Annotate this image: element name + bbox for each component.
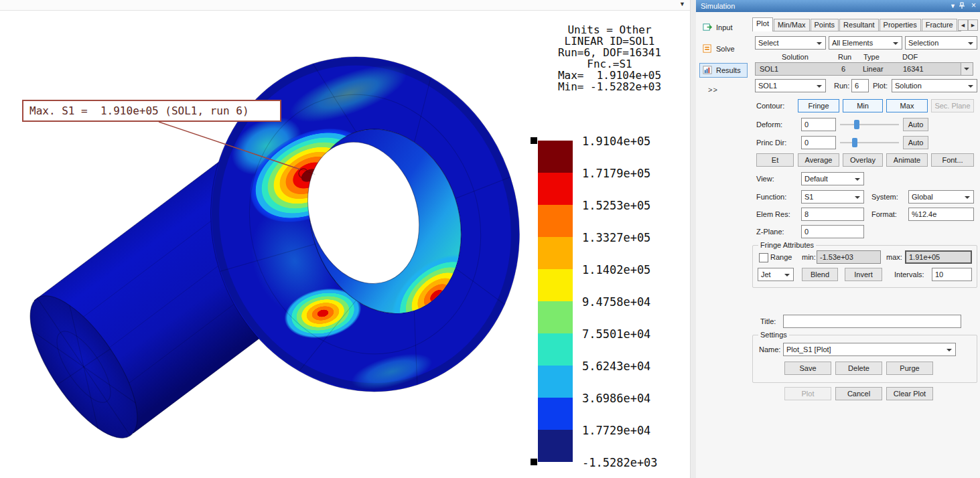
cell-solution: SOL1	[760, 63, 778, 75]
grid-dropdown-icon[interactable]	[961, 63, 973, 75]
deform-slider-handle[interactable]	[854, 120, 859, 129]
selection-dropdown[interactable]: Selection	[905, 36, 977, 50]
view-dropdown[interactable]: Default	[801, 172, 864, 185]
panel-menu-icon[interactable]: ▼	[950, 1, 956, 11]
deform-slider[interactable]	[840, 118, 899, 131]
average-button[interactable]: Average	[798, 153, 839, 167]
pin-icon[interactable]	[959, 2, 965, 12]
blend-button[interactable]: Blend	[802, 268, 838, 281]
tab-strip: Plot Min/Max Points Resultant Properties…	[752, 18, 961, 31]
tab-next-icon[interactable]: ▶	[968, 19, 978, 31]
tab-properties[interactable]: Properties	[880, 19, 921, 31]
cell-run: 6	[841, 63, 845, 75]
princ-auto-button[interactable]: Auto	[903, 136, 928, 149]
legend-label: 1.7179e+05	[582, 167, 650, 180]
legend-label: 7.5501e+04	[582, 327, 650, 341]
invert-button[interactable]: Invert	[845, 268, 882, 281]
nav-more-button[interactable]: >>	[708, 86, 718, 94]
et-button[interactable]: Et	[756, 153, 794, 167]
legend-label: 1.5253e+05	[582, 199, 650, 212]
legend-band	[538, 430, 573, 462]
tab-prev-icon[interactable]: ◀	[958, 19, 968, 31]
font-button[interactable]: Font...	[931, 153, 974, 167]
viewport-info-line: Run=6, DOF=16341	[506, 47, 713, 58]
overlay-button[interactable]: Overlay	[843, 153, 883, 167]
nav-input[interactable]: Input	[699, 20, 748, 35]
nav-results-label: Results	[716, 66, 741, 74]
tab-fracture[interactable]: Fracture	[922, 19, 957, 31]
solution-grid-row[interactable]: SOL1 6 Linear 16341	[755, 62, 973, 76]
simulation-panel: Simulation ▼ × Input Solve Results >>	[696, 0, 980, 478]
settings-group: Settings	[752, 335, 977, 383]
legend-bottom-marker	[531, 459, 537, 465]
legend-band	[538, 141, 573, 173]
intervals-input[interactable]: 10	[932, 268, 972, 281]
deform-label: Deform:	[756, 118, 782, 131]
viewport-info-line: Max= 1.9104e+05	[506, 70, 713, 81]
princ-dir-slider[interactable]	[840, 136, 899, 149]
viewport-info-line: LINEAR ID=SOL1	[506, 35, 713, 47]
delete-button[interactable]: Delete	[835, 362, 882, 375]
fringe-min-input[interactable]: -1.53e+03	[817, 250, 881, 264]
legend-label: 1.9104e+05	[582, 135, 650, 148]
plot-type-dropdown[interactable]: Solution	[892, 79, 977, 92]
deform-slider-track	[840, 124, 899, 126]
fringe-button[interactable]: Fringe	[798, 99, 839, 112]
legend-label: 1.7729e+04	[582, 424, 650, 437]
legend-label: 1.1402e+05	[582, 263, 650, 276]
element-filter-dropdown[interactable]: All Elements	[829, 36, 902, 50]
princ-dir-input[interactable]: 0	[801, 136, 836, 149]
elem-res-input[interactable]: 8	[801, 208, 864, 221]
princ-dir-slider-track	[840, 142, 899, 144]
close-icon[interactable]: ×	[971, 1, 976, 10]
viewport-info-line: Min= -1.5282e+03	[506, 81, 713, 92]
panel-title: Simulation	[701, 2, 735, 10]
save-button[interactable]: Save	[784, 362, 831, 375]
legend-band	[538, 301, 573, 333]
colormap-dropdown[interactable]: Jet	[758, 268, 794, 281]
nav-input-label: Input	[716, 23, 732, 31]
name-label: Name:	[759, 343, 780, 356]
max-button[interactable]: Max	[886, 99, 928, 112]
purge-button[interactable]: Purge	[886, 362, 933, 375]
col-run: Run	[838, 52, 851, 62]
legend-label: 9.4758e+04	[582, 295, 650, 309]
fringe-min-label: min:	[802, 250, 816, 264]
system-dropdown[interactable]: Global	[908, 190, 974, 204]
cancel-button[interactable]: Cancel	[835, 387, 882, 400]
fringe-max-input[interactable]: 1.91e+05	[905, 250, 972, 264]
legend-label: 5.6243e+04	[582, 360, 650, 373]
cell-type: Linear	[863, 63, 884, 75]
tab-resultant[interactable]: Resultant	[839, 19, 878, 31]
deform-input[interactable]: 0	[801, 118, 836, 131]
max-annotation: Max. S1 = 1.910e+05 (SOL1, run 6)	[22, 100, 281, 122]
nav-solve[interactable]: Solve	[699, 42, 748, 56]
legend-band	[538, 333, 573, 366]
legend-band	[538, 205, 573, 237]
tab-points[interactable]: Points	[811, 19, 839, 31]
format-label: Format:	[871, 208, 897, 221]
legend-band	[538, 366, 573, 398]
format-input[interactable]: %12.4e	[908, 208, 974, 221]
plot-label: Plot:	[873, 79, 888, 92]
legend-label: -1.5282e+03	[582, 456, 658, 469]
plot-name-dropdown[interactable]: Plot_S1 [Plot]	[783, 343, 956, 356]
select-mode-dropdown[interactable]: Select	[755, 36, 826, 50]
run-input[interactable]: 6	[851, 79, 869, 92]
legend-band	[538, 173, 573, 205]
min-button[interactable]: Min	[843, 99, 883, 112]
model-viewport[interactable]: ▼	[0, 0, 693, 478]
z-plane-input[interactable]: 0	[801, 225, 864, 238]
clear-plot-button[interactable]: Clear Plot	[886, 387, 933, 400]
function-dropdown[interactable]: S1	[801, 190, 864, 204]
tab-plot[interactable]: Plot	[752, 17, 773, 31]
input-icon	[703, 22, 713, 33]
solution-dropdown[interactable]: SOL1	[755, 79, 826, 92]
animate-button[interactable]: Animate	[886, 153, 928, 167]
princ-dir-slider-handle[interactable]	[852, 138, 857, 147]
nav-results[interactable]: Results	[699, 63, 748, 78]
deform-auto-button[interactable]: Auto	[903, 118, 928, 131]
plot-title-input[interactable]	[783, 315, 961, 328]
range-checkbox[interactable]	[759, 253, 768, 262]
tab-minmax[interactable]: Min/Max	[774, 19, 810, 31]
